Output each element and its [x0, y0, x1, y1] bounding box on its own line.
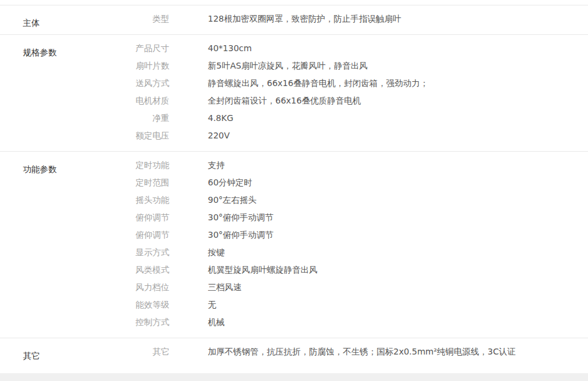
product-spec-table: 主体 类型 128根加密双圈网罩，致密防护，防止手指误触扇叶 规格参数 产品尺寸… [0, 5, 588, 367]
spec-section-other: 其它 其它 加厚不锈钢管，抗压抗折，防腐蚀，不生锈；国标2x0.5mm²纯铜电源… [0, 338, 588, 367]
section-rows: 类型 128根加密双圈网罩，致密防护，防止手指误触扇叶 [0, 10, 588, 28]
spec-section-functions: 功能参数 定时功能 支持 定时范围 60分钟定时 摇头功能 90°左右摇头 俯仰… [0, 151, 588, 338]
spec-label: 显示方式 [0, 244, 169, 261]
section-title: 其它 [23, 347, 40, 365]
section-title: 主体 [23, 14, 40, 32]
spec-value: 128根加密双圈网罩，致密防护，防止手指误触扇叶 [208, 10, 588, 28]
spec-value: 静音螺旋出风，66x16叠静音电机，封闭齿箱，强劲动力； [208, 75, 588, 92]
spec-label: 俯仰调节 [0, 226, 169, 244]
spec-row: 电机材质 全封闭齿箱设计，66x16叠优质静音电机 [0, 92, 588, 110]
spec-row: 风力档位 三档风速 [0, 279, 588, 296]
spec-row: 扇叶片数 新5叶AS扇叶凉旋风，花瓣风叶，静音出风 [0, 57, 588, 75]
spec-value: 机械 [208, 314, 588, 331]
section-rows: 其它 加厚不锈钢管，抗压抗折，防腐蚀，不生锈；国标2x0.5mm²纯铜电源线，3… [0, 343, 588, 361]
spec-label: 风类模式 [0, 261, 169, 279]
spec-row: 类型 128根加密双圈网罩，致密防护，防止手指误触扇叶 [0, 10, 588, 28]
spec-label: 风力档位 [0, 279, 169, 296]
spec-row: 风类模式 机翼型旋风扇叶螺旋静音出风 [0, 261, 588, 279]
spec-label: 送风方式 [0, 75, 169, 92]
spec-row: 产品尺寸 40*130cm [0, 40, 588, 57]
spec-row: 俯仰调节 30°俯仰手动调节 [0, 209, 588, 226]
section-rows: 产品尺寸 40*130cm 扇叶片数 新5叶AS扇叶凉旋风，花瓣风叶，静音出风 … [0, 40, 588, 144]
spec-row: 送风方式 静音螺旋出风，66x16叠静音电机，封闭齿箱，强劲动力； [0, 75, 588, 92]
spec-value: 全封闭齿箱设计，66x16叠优质静音电机 [208, 92, 588, 110]
spec-label: 额定电压 [0, 127, 169, 144]
spec-row: 俯仰调节 30°俯仰手动调节 [0, 226, 588, 244]
spec-row: 定时范围 60分钟定时 [0, 174, 588, 191]
spec-value: 60分钟定时 [208, 174, 588, 191]
spec-value: 三档风速 [208, 279, 588, 296]
spec-value: 30°俯仰手动调节 [208, 226, 588, 244]
spec-value: 40*130cm [208, 40, 588, 57]
spec-label: 能效等级 [0, 296, 169, 314]
spec-section-specs: 规格参数 产品尺寸 40*130cm 扇叶片数 新5叶AS扇叶凉旋风，花瓣风叶，… [0, 34, 588, 151]
spec-label: 电机材质 [0, 92, 169, 110]
spec-row: 额定电压 220V [0, 127, 588, 144]
spec-value: 加厚不锈钢管，抗压抗折，防腐蚀，不生锈；国标2x0.5mm²纯铜电源线，3C认证 [208, 343, 588, 361]
spec-value: 无 [208, 296, 588, 314]
spec-value: 新5叶AS扇叶凉旋风，花瓣风叶，静音出风 [208, 57, 588, 75]
spec-row: 其它 加厚不锈钢管，抗压抗折，防腐蚀，不生锈；国标2x0.5mm²纯铜电源线，3… [0, 343, 588, 361]
spec-label: 控制方式 [0, 314, 169, 331]
section-title: 规格参数 [23, 44, 57, 61]
spec-label: 摇头功能 [0, 191, 169, 209]
spec-value: 按键 [208, 244, 588, 261]
section-rows: 定时功能 支持 定时范围 60分钟定时 摇头功能 90°左右摇头 俯仰调节 30… [0, 156, 588, 331]
spec-label: 净重 [0, 110, 169, 127]
spec-value: 90°左右摇头 [208, 191, 588, 209]
spec-section-main: 主体 类型 128根加密双圈网罩，致密防护，防止手指误触扇叶 [0, 5, 588, 34]
spec-row: 能效等级 无 [0, 296, 588, 314]
spec-row: 控制方式 机械 [0, 314, 588, 331]
spec-row: 摇头功能 90°左右摇头 [0, 191, 588, 209]
footer-divider-bar [0, 373, 588, 381]
spec-label: 俯仰调节 [0, 209, 169, 226]
spec-value: 支持 [208, 156, 588, 174]
spec-row: 定时功能 支持 [0, 156, 588, 174]
spec-row: 显示方式 按键 [0, 244, 588, 261]
spec-value: 220V [208, 127, 588, 144]
spec-value: 机翼型旋风扇叶螺旋静音出风 [208, 261, 588, 279]
spec-value: 4.8KG [208, 110, 588, 127]
spec-value: 30°俯仰手动调节 [208, 209, 588, 226]
section-title: 功能参数 [23, 161, 57, 178]
spec-row: 净重 4.8KG [0, 110, 588, 127]
